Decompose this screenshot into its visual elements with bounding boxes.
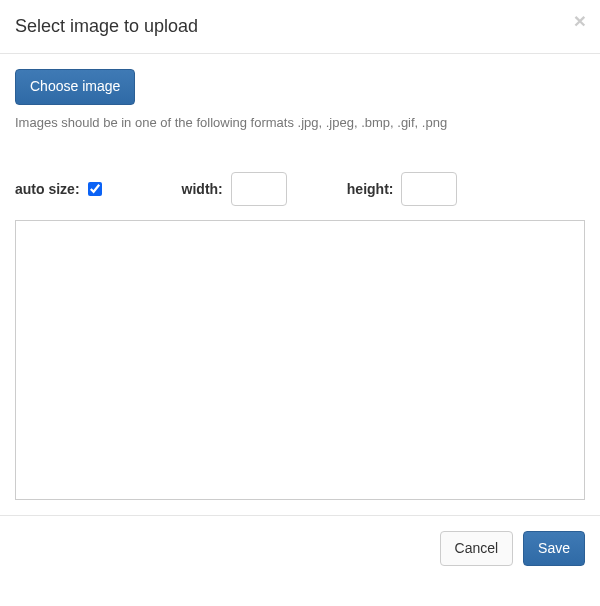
size-options-row: auto size: width: height: [15, 172, 585, 206]
width-label: width: [182, 181, 223, 197]
height-input[interactable] [401, 172, 457, 206]
auto-size-checkbox[interactable] [88, 182, 102, 196]
close-icon[interactable]: × [574, 10, 586, 31]
width-input[interactable] [231, 172, 287, 206]
cancel-button[interactable]: Cancel [440, 531, 514, 567]
choose-image-button[interactable]: Choose image [15, 69, 135, 105]
auto-size-label: auto size: [15, 181, 80, 197]
dialog-body: Choose image Images should be in one of … [0, 54, 600, 515]
save-button[interactable]: Save [523, 531, 585, 567]
dialog-footer: Cancel Save [0, 515, 600, 582]
height-label: height: [347, 181, 394, 197]
image-preview-area[interactable] [15, 220, 585, 500]
upload-image-dialog: Select image to upload × Choose image Im… [0, 0, 600, 581]
format-help-text: Images should be in one of the following… [15, 115, 585, 130]
dialog-title: Select image to upload [15, 14, 585, 39]
dialog-header: Select image to upload × [0, 0, 600, 54]
